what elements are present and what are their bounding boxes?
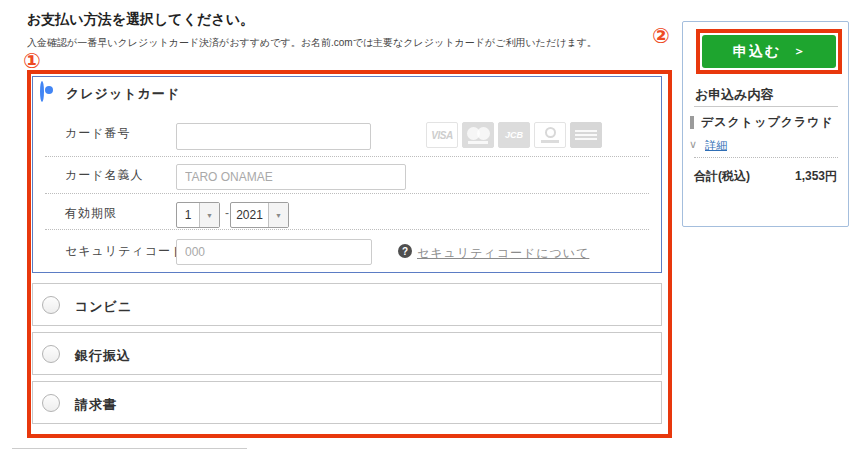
invoice-radio[interactable] bbox=[42, 394, 60, 412]
security-code-label: セキュリティコード bbox=[65, 243, 184, 260]
expiry-year-select[interactable]: 2021 ▼ bbox=[230, 202, 289, 228]
section-divider bbox=[12, 448, 247, 449]
summary-dotted-divider bbox=[694, 157, 838, 158]
invoice-label: 請求書 bbox=[75, 396, 117, 414]
bank-transfer-label: 銀行振込 bbox=[75, 347, 131, 365]
card-number-input[interactable] bbox=[176, 123, 371, 150]
credit-card-label: クレジットカード bbox=[66, 85, 180, 103]
security-code-input[interactable] bbox=[176, 239, 372, 265]
expiry-month-select[interactable]: 1 ▼ bbox=[176, 202, 220, 228]
apply-button[interactable]: 申込む ＞ bbox=[702, 35, 836, 68]
amex-icon bbox=[570, 122, 602, 148]
dropdown-arrow-icon: ▼ bbox=[268, 203, 288, 227]
konbini-radio[interactable] bbox=[42, 296, 60, 314]
summary-title: お申込み内容 bbox=[695, 86, 774, 104]
credit-card-section: クレジットカード カード番号 VISA JCB カード名義人 有効期限 1 ▼ … bbox=[32, 76, 662, 273]
payment-option-invoice[interactable]: 請求書 bbox=[32, 381, 662, 424]
help-icon[interactable]: ? bbox=[398, 244, 412, 258]
konbini-label: コンビニ bbox=[75, 298, 132, 316]
expiry-label: 有効期限 bbox=[65, 205, 117, 222]
total-label: 合計(税込) bbox=[694, 168, 750, 185]
arrow-right-icon: ＞ bbox=[793, 43, 805, 60]
annotation-step1-icon: ① bbox=[23, 50, 41, 71]
expiry-separator: - bbox=[225, 206, 229, 220]
payment-selection-page: お支払い方法を選択してください。 入金確認が一番早いクレジットカード決済がおすす… bbox=[0, 0, 855, 452]
row-separator bbox=[45, 229, 649, 230]
card-brand-icons: VISA JCB bbox=[426, 122, 602, 148]
row-separator bbox=[45, 156, 649, 157]
apply-button-label: 申込む bbox=[733, 43, 781, 61]
page-title: お支払い方法を選択してください。 bbox=[27, 11, 254, 29]
security-code-help-link[interactable]: セキュリティコードについて bbox=[417, 245, 589, 262]
expiry-month-value: 1 bbox=[177, 203, 199, 227]
credit-card-radio[interactable] bbox=[40, 81, 44, 102]
detail-link[interactable]: 詳細 bbox=[705, 138, 727, 153]
card-number-label: カード番号 bbox=[65, 125, 131, 142]
jcb-icon: JCB bbox=[498, 122, 530, 148]
page-subtitle: 入金確認が一番早いクレジットカード決済がおすすめです。お名前.comでは主要なク… bbox=[27, 36, 597, 50]
card-holder-label: カード名義人 bbox=[65, 167, 144, 184]
mastercard-icon bbox=[462, 122, 494, 148]
payment-option-konbini[interactable]: コンビニ bbox=[32, 283, 662, 326]
diners-club-icon bbox=[534, 122, 566, 148]
summary-item-name: デスクトップクラウド bbox=[701, 114, 834, 131]
visa-icon: VISA bbox=[426, 122, 458, 148]
item-marker-bar bbox=[690, 116, 694, 129]
bank-transfer-radio[interactable] bbox=[42, 345, 60, 363]
total-value: 1,353円 bbox=[795, 168, 837, 185]
expiry-year-value: 2021 bbox=[231, 203, 268, 227]
annotation-step2-icon: ② bbox=[652, 25, 670, 46]
card-holder-input[interactable] bbox=[176, 164, 406, 190]
payment-option-bank-transfer[interactable]: 銀行振込 bbox=[32, 332, 662, 375]
chevron-down-icon: ∨ bbox=[689, 138, 697, 151]
dropdown-arrow-icon: ▼ bbox=[199, 203, 219, 227]
row-separator bbox=[45, 193, 649, 194]
summary-divider bbox=[694, 106, 838, 107]
